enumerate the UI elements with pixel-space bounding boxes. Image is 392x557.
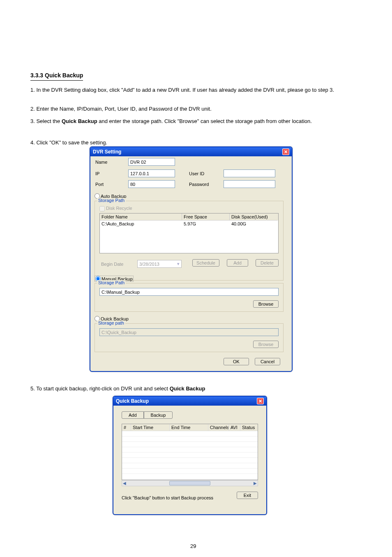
auto-storage-legend: Storage Path <box>97 198 126 203</box>
quick-path-input <box>99 328 279 336</box>
auto-table-header: Folder Name Free Space Disk Space(Used) <box>100 214 278 220</box>
quick-table-body <box>122 431 258 480</box>
cancel-button[interactable]: Cancel <box>255 358 280 365</box>
password-input[interactable] <box>224 180 275 188</box>
table-row <box>122 453 258 458</box>
close-icon[interactable]: ✕ <box>282 149 289 155</box>
col-end: End Time <box>170 424 208 431</box>
quick-hint-text: Click "Backup" button to start Backup pr… <box>122 495 213 500</box>
quick-browse-button: Browse <box>253 341 279 348</box>
quick-table-header: # Start Time End Time Channels AVI Statu… <box>122 424 258 431</box>
doc-step-3-pre: 3. Select the <box>30 118 62 124</box>
doc-step-3-bold: Quick Backup <box>62 118 97 124</box>
quick-table: # Start Time End Time Channels AVI Statu… <box>122 424 258 480</box>
disk-recycle-checkbox: Disk Recycle <box>99 206 132 211</box>
ok-button[interactable]: OK <box>224 358 249 365</box>
table-row <box>122 447 258 453</box>
quick-backup-window: Quick Backup ✕ Add Backup # Start Time E… <box>113 396 267 515</box>
col-status: Status <box>240 424 257 431</box>
dvr-setting-window: DVR Setting ✕ Name IP Port User ID Passw… <box>90 146 293 372</box>
userid-input[interactable] <box>224 169 275 177</box>
col-channels: Channels <box>208 424 229 431</box>
begin-date-label: Begin Date <box>101 262 123 267</box>
doc-step-5-bold: Quick Backup <box>170 385 205 392</box>
col-num: # <box>122 424 131 431</box>
scroll-thumb[interactable] <box>169 481 210 485</box>
doc-step-1: 1. In the DVR Setting dialog box, click … <box>30 86 359 95</box>
begin-date-dropdown: 3/28/2013 ▾ <box>137 260 182 268</box>
close-icon[interactable]: ✕ <box>257 398 264 404</box>
doc-step-4: 4. Click "OK" to save the setting. <box>30 138 359 147</box>
manual-storage-legend: Storage Path <box>97 280 126 285</box>
table-row <box>122 442 258 447</box>
col-free: Free Space <box>182 214 230 220</box>
col-start: Start Time <box>131 424 170 431</box>
port-label: Port <box>95 182 104 187</box>
table-row <box>122 469 258 474</box>
table-row <box>122 474 258 479</box>
cell-free: 5.97G <box>182 220 230 227</box>
col-used: Disk Space(Used) <box>230 214 277 220</box>
col-folder: Folder Name <box>100 214 182 220</box>
userid-label: User ID <box>189 171 204 176</box>
delete-path-button: Delete <box>256 259 279 267</box>
scroll-right-icon[interactable]: ▶ <box>254 481 257 485</box>
disk-recycle-input <box>99 206 105 211</box>
page-number: 29 <box>190 542 196 551</box>
table-row <box>122 458 258 463</box>
doc-step-2: 2. Enter the Name, IP/Domain, Port, User… <box>30 104 359 114</box>
quick-add-button[interactable]: Add <box>122 411 144 419</box>
ip-input[interactable] <box>128 169 175 177</box>
col-avi: AVI <box>229 424 240 431</box>
schedule-button: Schedule <box>192 259 219 267</box>
manual-path-input[interactable] <box>99 288 279 296</box>
doc-step-3-post: and enter the storage path. Click "Brows… <box>97 118 312 124</box>
quick-titlebar: Quick Backup ✕ <box>113 397 266 406</box>
exit-button[interactable]: Exit <box>237 492 258 499</box>
table-row <box>122 436 258 442</box>
port-input[interactable] <box>128 180 175 188</box>
horizontal-scrollbar[interactable]: ◀ ▶ <box>122 480 258 486</box>
ip-label: IP <box>95 171 99 176</box>
table-row <box>122 463 258 469</box>
cell-used: 40.00G <box>230 220 277 227</box>
doc-step-5-pre: 5. To start quick backup, right-click on… <box>30 385 170 392</box>
auto-table: Folder Name Free Space Disk Space(Used) … <box>99 213 279 253</box>
disk-recycle-label: Disk Recycle <box>106 206 132 211</box>
name-input[interactable] <box>128 158 175 166</box>
dvr-titlebar: DVR Setting ✕ <box>90 147 292 156</box>
dvr-title-text: DVR Setting <box>93 149 121 155</box>
begin-date-value: 3/28/2013 <box>139 262 159 267</box>
chevron-down-icon: ▾ <box>177 261 180 267</box>
doc-step-3: 3. Select the Quick Backup and enter the… <box>30 117 359 126</box>
auto-table-row: C:\Auto_Backup 5.97G 40.00G <box>100 220 278 227</box>
table-row <box>122 431 258 436</box>
cell-folder: C:\Auto_Backup <box>100 220 182 227</box>
quick-backup-button[interactable]: Backup <box>144 411 173 419</box>
section-heading: 3.3.3 Quick Backup <box>30 71 83 81</box>
password-label: Password <box>189 182 209 187</box>
manual-browse-button[interactable]: Browse <box>253 300 279 308</box>
add-path-button: Add <box>227 259 248 267</box>
quick-title-text: Quick Backup <box>116 398 149 404</box>
doc-step-5: 5. To start quick backup, right-click on… <box>30 384 359 393</box>
quick-storage-legend: Storage path <box>97 320 125 325</box>
name-label: Name <box>95 160 107 165</box>
scroll-left-icon[interactable]: ◀ <box>123 481 126 485</box>
